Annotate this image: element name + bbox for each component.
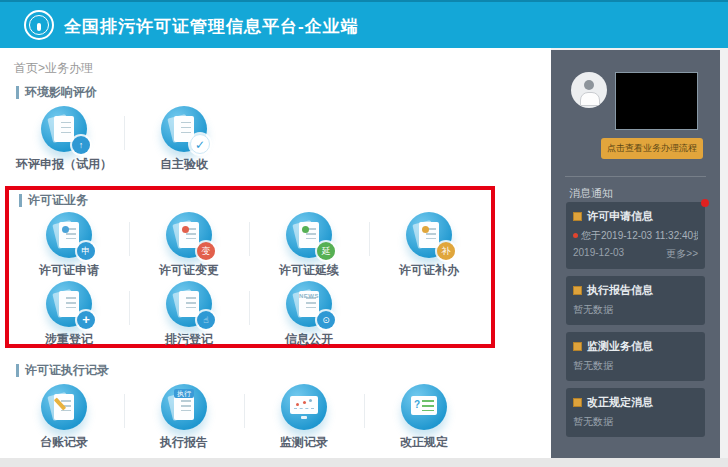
chart-sparkline-icon (294, 400, 314, 409)
breadcrumb-home-link[interactable]: 首页 (14, 61, 38, 75)
card-empty-text: 暂无数据 (573, 359, 698, 373)
apply-badge-icon: 申 (77, 242, 95, 260)
tile-label: 许可证补办 (369, 263, 489, 277)
doc-shape (59, 222, 79, 248)
unread-dot-icon (573, 233, 578, 238)
notice-card-monitor-business[interactable]: 监测业务信息 暂无数据 (566, 332, 705, 381)
check-badge-icon: ✓ (190, 134, 210, 154)
notice-card-permit-apply[interactable]: 许可申请信息 您于2019-12-03 11:32:40提交的申.. 2019-… (566, 202, 705, 269)
camera-badge-icon: ⊙ (317, 311, 335, 329)
breadcrumb: 首页>业务办理 (14, 60, 93, 77)
license-apply-icon: 申 (46, 212, 92, 258)
heavy-metal-registration-icon: + (46, 281, 92, 327)
tile-exec-report[interactable]: 执行 执行报告 (124, 380, 244, 449)
doc-shape (179, 291, 199, 317)
tile-correction-rules[interactable]: ? 改正规定 (364, 380, 484, 449)
tile-label: 涉重登记 (9, 332, 129, 346)
doc-shape (419, 222, 439, 248)
card-title: 改正规定消息 (587, 395, 653, 410)
tile-ledger-record[interactable]: 台账记录 (4, 380, 124, 449)
plus-badge-icon: + (77, 311, 95, 329)
question-mark-text: ? (414, 399, 420, 411)
app-title: 全国排污许可证管理信息平台-企业端 (64, 15, 359, 38)
section-title-exec-record: 许可证执行记录 (16, 364, 109, 377)
card-title: 监测业务信息 (587, 339, 653, 354)
eia-declare-icon: ↑ (41, 106, 87, 152)
exec-doc-tab-text: 执行 (174, 389, 194, 398)
board-shape: ? (411, 396, 437, 415)
renew-badge-icon: 延 (317, 242, 335, 260)
tile-label: 许可证申请 (9, 263, 129, 277)
news-doc-shape: NEWS (299, 291, 319, 317)
tile-label: 许可证变更 (129, 263, 249, 277)
monitor-screen-shape (290, 396, 318, 414)
tile-eia-declare[interactable]: ↑ 环评申报（试用） (4, 102, 124, 171)
doc-shape (59, 291, 79, 317)
exec-report-icon: 执行 (161, 384, 207, 430)
card-message-text: 您于2019-12-03 11:32:40提交的申.. (581, 230, 698, 241)
tile-info-disclosure[interactable]: NEWS ⊙ 信息公开 (249, 277, 369, 346)
correction-rules-icon: ? (401, 384, 447, 430)
discharge-registration-icon: ☝ (166, 281, 212, 327)
section-title-eia: 环境影响评价 (16, 86, 97, 99)
sidebar: 点击查看业务办理流程 消息通知 许可申请信息 您于2019-12-03 11:3… (551, 50, 720, 458)
tile-label: 许可证延续 (249, 263, 369, 277)
card-title: 执行报告信息 (587, 283, 653, 298)
main-content: 首页>业务办理 环境影响评价 ↑ 环评申报（试用） ✓ 自主验收 许可证业务 (0, 48, 551, 458)
card-title-row: 改正规定消息 (573, 395, 698, 410)
reissue-badge-icon: 补 (437, 242, 455, 260)
notice-card-correction-rules[interactable]: 改正规定消息 暂无数据 (566, 388, 705, 437)
doc-shape (179, 222, 199, 248)
license-change-icon: 变 (166, 212, 212, 258)
tile-license-apply[interactable]: 申 许可证申请 (9, 208, 129, 277)
tile-self-acceptance[interactable]: ✓ 自主验收 (124, 102, 244, 171)
yellow-square-icon (573, 286, 582, 295)
more-link[interactable]: 更多>> (666, 247, 698, 261)
redacted-user-info-box (615, 72, 698, 130)
card-title-row: 许可申请信息 (573, 209, 698, 224)
card-empty-text: 暂无数据 (573, 415, 698, 429)
tile-label: 自主验收 (124, 157, 244, 171)
yellow-square-icon (573, 342, 582, 351)
tile-label: 排污登记 (129, 332, 249, 346)
doc-with-pencil-shape (54, 394, 74, 420)
license-tile-row-1: 申 许可证申请 变 许可证变更 延 许可证延续 (9, 208, 491, 277)
notice-card-exec-report[interactable]: 执行报告信息 暂无数据 (566, 276, 705, 325)
footer-strip (0, 458, 728, 467)
license-renew-icon: 延 (286, 212, 332, 258)
section-title-license: 许可证业务 (19, 194, 88, 207)
logo-core (37, 23, 41, 31)
view-process-button[interactable]: 点击查看业务办理流程 (601, 138, 703, 159)
card-empty-text: 暂无数据 (573, 303, 698, 317)
platform-logo-icon (24, 10, 54, 40)
tile-label: 改正规定 (364, 435, 484, 449)
tile-label: 台账记录 (4, 435, 124, 449)
card-title-row: 监测业务信息 (573, 339, 698, 354)
license-tile-row-2: + 涉重登记 ☝ 排污登记 NEWS ⊙ 信息公开 (9, 277, 491, 346)
tile-heavy-metal-registration[interactable]: + 涉重登记 (9, 277, 129, 346)
user-avatar (571, 72, 607, 108)
doc-shape (299, 222, 319, 248)
doc-shape: 执行 (174, 394, 194, 420)
exec-tile-row: 台账记录 执行 执行报告 监测记录 ? 改正规定 (4, 380, 484, 449)
sidebar-divider (565, 176, 706, 177)
card-message: 您于2019-12-03 11:32:40提交的申.. (573, 229, 698, 243)
app-header: 全国排污许可证管理信息平台-企业端 (0, 0, 728, 48)
tile-label: 执行报告 (124, 435, 244, 449)
card-footer: 2019-12-03 更多>> (573, 247, 698, 261)
ledger-record-icon (41, 384, 87, 430)
monitor-record-icon (281, 384, 327, 430)
notice-card-list: 许可申请信息 您于2019-12-03 11:32:40提交的申.. 2019-… (566, 202, 705, 444)
tile-license-reissue[interactable]: 补 许可证补办 (369, 208, 489, 277)
yellow-square-icon (573, 212, 582, 221)
license-reissue-icon: 补 (406, 212, 452, 258)
card-title: 许可申请信息 (587, 209, 653, 224)
news-doc-text: NEWS (299, 293, 319, 299)
tile-discharge-registration[interactable]: ☝ 排污登记 (129, 277, 249, 346)
tile-monitor-record[interactable]: 监测记录 (244, 380, 364, 449)
upload-arrow-badge-icon: ↑ (72, 136, 90, 154)
doc-shape (54, 116, 74, 142)
tile-license-change[interactable]: 变 许可证变更 (129, 208, 249, 277)
tile-license-renew[interactable]: 延 许可证延续 (249, 208, 369, 277)
card-title-row: 执行报告信息 (573, 283, 698, 298)
